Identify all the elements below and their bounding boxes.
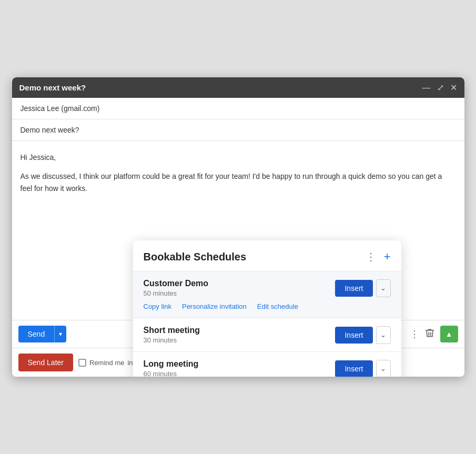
- bookable-header-icons: ⋮ +: [366, 250, 391, 264]
- schedule-info-3: Long meeting 60 minutes: [144, 359, 199, 377]
- subject-value: Demo next week?: [21, 126, 79, 134]
- schedule-actions-1: Insert ⌄: [335, 279, 390, 297]
- schedule-name-1: Customer Demo: [144, 279, 209, 288]
- insert-button-2[interactable]: Insert: [335, 327, 372, 344]
- greeting-text: Hi Jessica,: [21, 152, 456, 163]
- schedule-duration-2: 30 minutes: [144, 336, 200, 344]
- insert-button-1[interactable]: Insert: [335, 280, 372, 297]
- insert-button-3[interactable]: Insert: [335, 360, 372, 377]
- remind-label: Remind me: [89, 359, 124, 367]
- personalize-link[interactable]: Personalize invitation: [182, 302, 247, 310]
- more-options-icon[interactable]: ⋮: [366, 250, 377, 263]
- footer-more-options-button[interactable]: ⋮: [410, 328, 419, 340]
- schedule-item-customer-demo: Customer Demo 50 minutes Insert ⌄ Copy l…: [133, 271, 401, 318]
- compose-header: Demo next week? — ⤢ ✕: [12, 77, 464, 98]
- send-button[interactable]: Send: [18, 326, 55, 342]
- header-actions: — ⤢ ✕: [422, 83, 457, 93]
- to-value: Jessica Lee (gmail.com): [21, 104, 100, 113]
- maximize-icon[interactable]: ⤢: [437, 83, 444, 93]
- schedule-item-short-meeting: Short meeting 30 minutes Insert ⌄: [133, 318, 401, 352]
- schedule-info-1: Customer Demo 50 minutes: [144, 279, 209, 297]
- delete-draft-button[interactable]: [424, 328, 435, 341]
- send-later-button[interactable]: Send Later: [18, 354, 74, 371]
- compose-body: Jessica Lee (gmail.com) Demo next week? …: [12, 98, 464, 215]
- send-button-group: Send ▾: [18, 326, 67, 342]
- close-icon[interactable]: ✕: [450, 83, 457, 93]
- chevron-button-2[interactable]: ⌄: [376, 326, 391, 344]
- edit-schedule-link[interactable]: Edit schedule: [257, 302, 298, 310]
- schedule-duration-1: 50 minutes: [144, 289, 209, 297]
- chevron-button-1[interactable]: ⌄: [376, 279, 391, 297]
- add-schedule-icon[interactable]: +: [384, 250, 391, 264]
- schedule-item-main-2: Short meeting 30 minutes Insert ⌄: [144, 326, 391, 344]
- compose-window: Demo next week? — ⤢ ✕ Jessica Lee (gmail…: [12, 77, 464, 377]
- copy-link[interactable]: Copy link: [144, 302, 171, 310]
- bookable-header: Bookable Schedules ⋮ +: [133, 240, 401, 271]
- body-paragraph: As we discussed, I think our platform co…: [21, 170, 456, 194]
- schedule-item-main-1: Customer Demo 50 minutes Insert ⌄: [144, 279, 391, 297]
- schedule-links-1: Copy link Personalize invitation Edit sc…: [144, 302, 391, 310]
- send-dropdown-button[interactable]: ▾: [54, 326, 66, 342]
- schedule-name-3: Long meeting: [144, 359, 199, 369]
- schedule-info-2: Short meeting 30 minutes: [144, 326, 200, 344]
- schedule-duration-3: 60 minutes: [144, 370, 199, 377]
- compose-title: Demo next week?: [19, 83, 86, 92]
- schedule-name-2: Short meeting: [144, 326, 200, 335]
- schedule-item-long-meeting: Long meeting 60 minutes Insert ⌄: [133, 352, 401, 377]
- to-field[interactable]: Jessica Lee (gmail.com): [12, 98, 464, 119]
- chevron-button-3[interactable]: ⌄: [376, 360, 391, 377]
- compose-content-area[interactable]: Hi Jessica, As we discussed, I think our…: [12, 141, 464, 215]
- collapse-button[interactable]: ▲: [440, 326, 458, 342]
- schedule-item-main-3: Long meeting 60 minutes Insert ⌄: [144, 359, 391, 377]
- subject-field[interactable]: Demo next week?: [12, 119, 464, 141]
- schedule-actions-3: Insert ⌄: [335, 360, 390, 377]
- bookable-title: Bookable Schedules: [144, 251, 247, 263]
- bookable-popup: Bookable Schedules ⋮ + Customer Demo 50 …: [133, 240, 401, 377]
- schedule-actions-2: Insert ⌄: [335, 326, 390, 344]
- minimize-icon[interactable]: —: [422, 83, 431, 93]
- remind-checkbox[interactable]: [78, 359, 86, 367]
